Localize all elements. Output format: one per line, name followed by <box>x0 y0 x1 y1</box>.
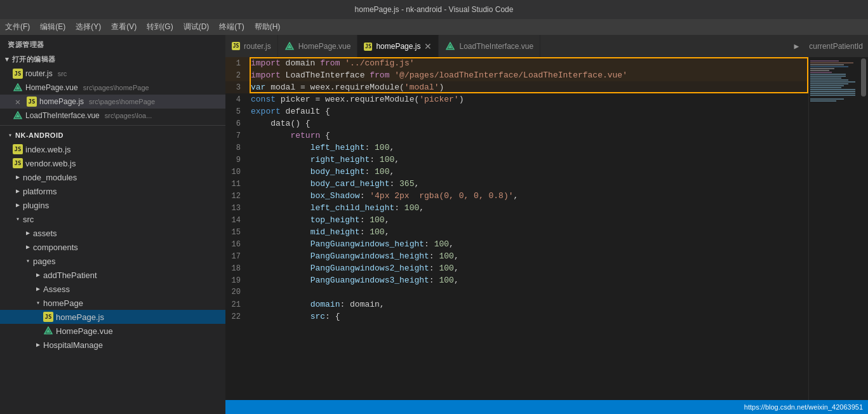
line-content: PangGuangwindows1_height: 100, <box>251 250 808 262</box>
arrow-icon: ▶ <box>13 186 23 196</box>
arrow-icon: ▶ <box>13 172 23 182</box>
folder-node-modules[interactable]: ▶ node_modules <box>0 170 225 184</box>
scrollbar[interactable] <box>859 57 868 400</box>
file-index-web-js[interactable]: JS index.web.js <box>0 142 225 156</box>
code-line-7: 7 return { <box>225 130 808 142</box>
line-num: 5 <box>225 106 251 118</box>
vue-icon <box>445 41 455 51</box>
arrow-icon: ▶ <box>23 228 33 238</box>
open-file-loadinterface-vue[interactable]: LoadTheInterface.vue src\pages\loa... <box>0 109 225 123</box>
app-layout: homePage.js - nk-android - Visual Studio… <box>0 0 868 414</box>
title-bar: homePage.js - nk-android - Visual Studio… <box>0 0 868 19</box>
arrow-icon: ▶ <box>33 284 43 294</box>
folder-label: node_modules <box>23 173 77 182</box>
arrow-icon: ▶ <box>23 242 33 252</box>
arrow-icon: ▶ <box>13 200 23 210</box>
status-bar: https://blog.csdn.net/weixin_42063951 <box>225 400 868 414</box>
folder-components[interactable]: ▶ components <box>0 240 225 254</box>
line-num: 17 <box>225 251 251 263</box>
project-root[interactable]: ▾ NK-ANDROID <box>0 128 225 142</box>
line-content: export default { <box>251 105 808 117</box>
tab-overflow-area: ▶ currentPatientId <box>789 35 868 57</box>
arrow-icon: ▾ <box>13 214 23 224</box>
line-content: left_height: 100, <box>251 142 808 154</box>
folder-pages[interactable]: ▾ pages <box>0 254 225 268</box>
line-content: domain: domain, <box>251 298 808 310</box>
tab-label: homePage.js <box>376 42 420 51</box>
line-num: 9 <box>225 154 251 166</box>
menu-goto[interactable]: 转到(G) <box>147 22 173 32</box>
line-num: 19 <box>225 275 251 287</box>
line-num: 22 <box>225 311 251 323</box>
open-file-router[interactable]: JS router.js src <box>0 67 225 81</box>
line-num: 4 <box>225 94 251 106</box>
code-line-18: 18 PangGuangwindows2_height: 100, <box>225 262 808 274</box>
main-content: 资源管理器 ▾ 打开的编辑器 JS router.js src HomePage… <box>0 35 868 414</box>
code-line-1: 1 import domain from '../config.js' <box>225 57 808 69</box>
js-icon: JS <box>43 312 53 322</box>
line-content: mid_height: 100, <box>251 226 808 238</box>
js-icon: JS <box>13 144 23 154</box>
open-file-homepage-vue[interactable]: HomePage.vue src\pages\homePage <box>0 81 225 95</box>
folder-addthepatient[interactable]: ▶ addThePatient <box>0 268 225 282</box>
menu-edit[interactable]: 编辑(E) <box>40 22 65 32</box>
folder-plugins[interactable]: ▶ plugins <box>0 198 225 212</box>
menu-help[interactable]: 帮助(H) <box>255 22 281 32</box>
line-content: PangGuangwindows_height: 100, <box>251 238 808 250</box>
line-num: 2 <box>225 70 251 82</box>
file-homepage-js[interactable]: JS homePage.js <box>0 310 225 324</box>
folder-src[interactable]: ▾ src <box>0 212 225 226</box>
line-content: right_height: 100, <box>251 154 808 166</box>
code-container[interactable]: 1 import domain from '../config.js' 2 im… <box>225 57 808 400</box>
tab-bar: JS router.js HomePage.vue JS homePage.js… <box>225 35 868 57</box>
code-line-9: 9 right_height: 100, <box>225 154 808 166</box>
menu-view[interactable]: 查看(V) <box>111 22 137 32</box>
tab-homepage-vue[interactable]: HomePage.vue <box>278 35 358 57</box>
tab-homepage-js[interactable]: JS homePage.js ✕ <box>357 35 439 57</box>
folder-homepage[interactable]: ▾ homePage <box>0 296 225 310</box>
js-icon: JS <box>364 43 372 51</box>
minimap <box>808 57 859 400</box>
line-content: import domain from '../config.js' <box>251 57 808 69</box>
current-patient-id-label: currentPatientId <box>809 42 863 51</box>
line-num: 18 <box>225 263 251 275</box>
tab-loadinterface-vue[interactable]: LoadTheInterface.vue <box>439 35 540 57</box>
file-vendor-web-js[interactable]: JS vendor.web.js <box>0 156 225 170</box>
folder-platforms[interactable]: ▶ platforms <box>0 184 225 198</box>
menu-select[interactable]: 选择(Y) <box>76 22 101 32</box>
tab-close-icon[interactable]: ✕ <box>424 42 432 51</box>
arrow-icon: ▶ <box>33 340 43 350</box>
menu-debug[interactable]: 调试(D) <box>184 22 210 32</box>
close-icon[interactable]: ✕ <box>13 97 23 107</box>
menu-terminal[interactable]: 终端(T) <box>219 22 244 32</box>
tab-router-js[interactable]: JS router.js <box>225 35 278 57</box>
tab-label: router.js <box>244 42 271 51</box>
open-editors-header[interactable]: ▾ 打开的编辑器 <box>0 52 225 67</box>
open-file-homepage-js[interactable]: ✕ JS homePage.js src\pages\homePage <box>0 95 225 109</box>
menu-file[interactable]: 文件(F) <box>5 22 30 32</box>
line-content: import LoadTheInterface from '@/pages/lo… <box>251 69 808 81</box>
code-line-22: 22 src: { <box>225 310 808 323</box>
open-editors-label: 打开的编辑器 <box>12 55 56 64</box>
code-line-10: 10 body_height: 100, <box>225 166 808 178</box>
code-line-3: 3 var modal = weex.requireModule('modal'… <box>225 81 808 93</box>
folder-label: src <box>23 215 34 224</box>
status-right: https://blog.csdn.net/weixin_42063951 <box>744 403 863 411</box>
line-content: left_child_height: 100, <box>251 202 808 214</box>
file-label: homePage.js <box>56 312 104 322</box>
folder-assets[interactable]: ▶ assets <box>0 226 225 240</box>
file-homepage-vue[interactable]: HomePage.vue <box>0 324 225 338</box>
open-editors-arrow: ▾ <box>5 55 10 63</box>
file-path: src\pages\loa... <box>105 112 152 119</box>
line-content: src: { <box>251 310 808 323</box>
minimap-content <box>809 57 859 105</box>
line-content: body_card_height: 365, <box>251 178 808 190</box>
menu-bar: 文件(F) 编辑(E) 选择(Y) 查看(V) 转到(G) 调试(D) 终端(T… <box>0 19 868 35</box>
tab-overflow-button[interactable]: ▶ <box>789 35 804 57</box>
folder-label: plugins <box>23 201 49 210</box>
line-content: PangGuangwindows2_height: 100, <box>251 262 808 274</box>
folder-hospitalmanage[interactable]: ▶ HospitalManage <box>0 338 225 352</box>
code-line-14: 14 top_height: 100, <box>225 214 808 226</box>
folder-assess[interactable]: ▶ Assess <box>0 282 225 296</box>
folder-label: platforms <box>23 187 57 196</box>
